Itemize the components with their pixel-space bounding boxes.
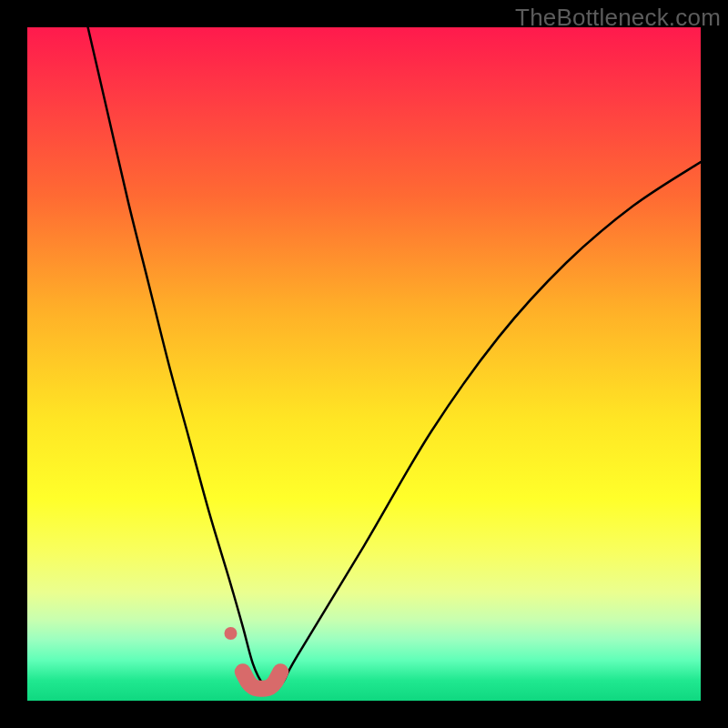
curve-layer — [27, 27, 701, 701]
plot-area — [27, 27, 701, 701]
bottleneck-curve — [88, 27, 701, 689]
highlight-outlier-dot — [224, 627, 237, 640]
watermark-text: TheBottleneck.com — [515, 4, 721, 32]
chart-frame: TheBottleneck.com — [0, 0, 728, 728]
highlight-markers — [224, 627, 280, 689]
